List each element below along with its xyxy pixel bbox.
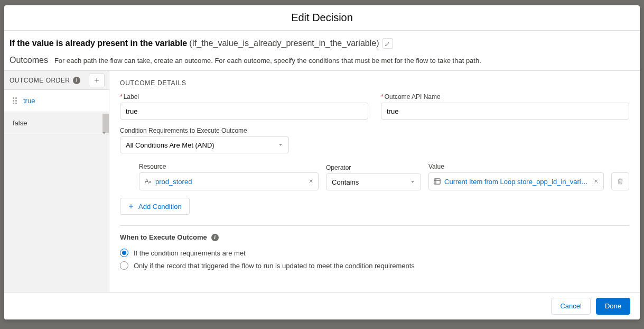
clear-resource-icon[interactable] <box>308 178 314 186</box>
plus-icon <box>94 77 100 84</box>
outcome-item-label: false <box>13 119 27 127</box>
info-icon[interactable]: i <box>73 77 80 84</box>
radio-unchecked-icon <box>120 261 128 270</box>
outcomes-desc: For each path the flow can take, create … <box>54 57 481 65</box>
add-condition-label: Add Condition <box>138 203 182 211</box>
pencil-icon <box>385 41 390 47</box>
clear-value-icon[interactable] <box>593 178 599 186</box>
value-input[interactable]: Current Item from Loop store_opp_id_in_v… <box>428 172 604 190</box>
radio-checked-icon <box>120 249 128 257</box>
add-outcome-button[interactable] <box>89 74 105 87</box>
outcome-order-sidebar: OUTCOME ORDER i true false <box>4 71 109 292</box>
operator-value: Contains <box>332 178 359 186</box>
outcome-order-header: OUTCOME ORDER i <box>4 71 109 90</box>
condition-requirements-select[interactable]: All Conditions Are Met (AND) <box>120 136 289 153</box>
label-field-label: *Label <box>120 93 368 100</box>
svg-rect-0 <box>434 179 440 184</box>
label-input[interactable] <box>120 103 368 120</box>
operator-label: Operator <box>326 164 421 171</box>
exec-option-label: Only if the record that triggered the fl… <box>134 262 415 270</box>
api-name-input[interactable] <box>381 103 629 120</box>
divider <box>120 225 629 226</box>
value-label: Value <box>428 163 604 170</box>
label-api-row: *Label *Outcome API Name <box>120 93 629 120</box>
condition-row: Resource Aa prod_stored Operator Contain… <box>120 163 629 190</box>
info-icon[interactable]: i <box>211 234 219 241</box>
record-icon <box>433 177 441 186</box>
resource-value: prod_stored <box>155 178 192 186</box>
modal-footer: Cancel Done <box>4 292 640 319</box>
exec-option-met[interactable]: If the condition requirements are met <box>120 246 629 259</box>
add-condition-button[interactable]: Add Condition <box>120 198 190 215</box>
decision-api-name: (If_the_value_is_already_present_in_the_… <box>189 39 379 48</box>
cancel-button[interactable]: Cancel <box>551 298 590 315</box>
delete-condition-button[interactable] <box>611 172 629 190</box>
plus-icon <box>128 203 134 209</box>
outcome-item-label: true <box>23 97 35 105</box>
condition-requirements-label: Condition Requirements to Execute Outcom… <box>120 127 629 134</box>
exec-option-label: If the condition requirements are met <box>134 249 246 257</box>
decision-title-row: If the value is already present in the v… <box>4 31 640 53</box>
resource-label: Resource <box>139 163 319 170</box>
trash-icon <box>617 178 624 185</box>
modal-body: OUTCOME ORDER i true false <box>4 71 640 292</box>
value-pill-text: Current Item from Loop store_opp_id_in_v… <box>444 178 590 186</box>
text-type-icon: Aa <box>144 177 152 186</box>
scroll-down-icon[interactable] <box>101 129 107 137</box>
outcome-order-title: OUTCOME ORDER <box>10 77 70 84</box>
exec-option-updated[interactable]: Only if the record that triggered the fl… <box>120 259 629 272</box>
outcome-item-false[interactable]: false <box>4 112 109 134</box>
chevron-down-icon <box>410 178 415 186</box>
api-name-field-label: *Outcome API Name <box>381 93 629 100</box>
done-button[interactable]: Done <box>596 298 630 315</box>
drag-handle-icon[interactable] <box>13 97 18 104</box>
resource-input[interactable]: Aa prod_stored <box>139 172 319 190</box>
outcome-item-true[interactable]: true <box>4 90 109 112</box>
outcomes-heading: Outcomes <box>10 56 48 65</box>
decision-label: If the value is already present in the v… <box>10 39 187 48</box>
modal-title: Edit Decision <box>4 5 640 31</box>
chevron-down-icon <box>278 141 283 149</box>
operator-select[interactable]: Contains <box>326 173 421 190</box>
outcomes-description-row: Outcomes For each path the flow can take… <box>4 53 640 71</box>
outcome-details-heading: OUTCOME DETAILS <box>120 79 629 87</box>
condition-requirements-value: All Conditions Are Met (AND) <box>126 141 214 149</box>
outcome-details-panel: OUTCOME DETAILS *Label *Outcome API Name… <box>109 71 640 292</box>
edit-label-button[interactable] <box>382 38 393 49</box>
outcome-list: true false <box>4 90 109 134</box>
edit-decision-modal: Edit Decision If the value is already pr… <box>4 5 640 319</box>
execute-outcome-heading: When to Execute Outcome i <box>120 233 629 241</box>
